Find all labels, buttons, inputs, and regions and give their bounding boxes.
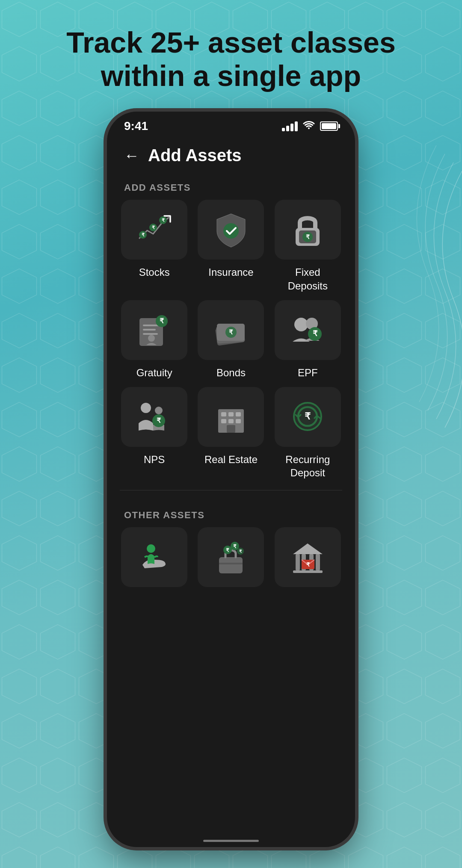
svg-rect-44: [219, 563, 243, 564]
wifi-icon: [303, 120, 315, 132]
add-assets-grid: ₹ ₹ ₹ Stocks Insurance: [107, 200, 355, 479]
phone-notch: [197, 112, 265, 127]
stocks-label: Stocks: [139, 266, 170, 279]
svg-point-15: [148, 335, 155, 342]
asset-fixed-deposits[interactable]: ₹ FixedDeposits: [273, 200, 342, 292]
asset-other-1[interactable]: [120, 527, 189, 593]
svg-rect-55: [316, 554, 320, 570]
add-assets-label: ADD ASSETS: [107, 174, 355, 200]
epf-icon-box: ₹: [275, 300, 341, 360]
recurring-deposit-label: RecurringDeposit: [285, 453, 330, 479]
bonds-icon-box: ₹: [198, 300, 264, 360]
svg-rect-13: [143, 329, 156, 331]
svg-point-28: [155, 407, 163, 414]
svg-point-42: [147, 544, 155, 553]
phone-frame: 9:41 ← Add Assets ADD ASSETS: [107, 112, 355, 847]
svg-rect-52: [296, 554, 300, 570]
asset-other-2[interactable]: ₹ ₹ ₹: [196, 527, 265, 593]
signal-icon: [282, 121, 298, 131]
svg-text:₹: ₹: [306, 233, 310, 240]
other-1-icon-box: [121, 527, 187, 587]
fixed-deposits-label: FixedDeposits: [288, 266, 328, 292]
gratuity-label: Gratuity: [136, 366, 172, 379]
fixed-deposits-icon-box: ₹: [275, 200, 341, 260]
clock: 9:41: [124, 119, 148, 133]
svg-rect-34: [236, 412, 241, 416]
section-divider: [120, 490, 342, 490]
nps-label: NPS: [144, 453, 165, 466]
svg-rect-35: [221, 419, 226, 423]
decoration-lines: [394, 150, 462, 449]
asset-other-3[interactable]: ₹: [273, 527, 342, 593]
svg-text:₹: ₹: [157, 417, 161, 424]
svg-text:₹: ₹: [161, 218, 164, 223]
asset-insurance[interactable]: Insurance: [196, 200, 265, 292]
other-3-icon-box: ₹: [275, 527, 341, 587]
real-estate-label: Real Estate: [204, 453, 258, 466]
svg-text:₹: ₹: [160, 317, 164, 325]
svg-rect-56: [293, 570, 323, 573]
svg-text:₹: ₹: [229, 328, 233, 336]
page-header: ← Add Assets: [107, 133, 355, 174]
gratuity-icon-box: ₹: [121, 300, 187, 360]
svg-rect-32: [221, 412, 226, 416]
epf-label: EPF: [298, 366, 318, 379]
stocks-icon-box: ₹ ₹ ₹: [121, 200, 187, 260]
bonds-label: Bonds: [216, 366, 246, 379]
svg-rect-33: [228, 412, 234, 416]
svg-rect-43: [219, 557, 243, 573]
asset-epf[interactable]: ₹ EPF: [273, 300, 342, 379]
svg-rect-37: [236, 419, 241, 423]
recurring-deposit-icon-box: ₹: [275, 387, 341, 447]
svg-text:₹: ₹: [239, 549, 242, 554]
svg-text:₹: ₹: [151, 225, 154, 230]
real-estate-icon-box: [198, 387, 264, 447]
back-button[interactable]: ←: [124, 147, 139, 165]
svg-marker-51: [293, 543, 323, 554]
asset-nps[interactable]: ₹ NPS: [120, 387, 189, 479]
svg-text:₹: ₹: [306, 561, 310, 568]
svg-rect-38: [227, 425, 235, 433]
page-title: Add Assets: [148, 146, 242, 165]
asset-recurring-deposit[interactable]: ₹ RecurringDeposit: [273, 387, 342, 479]
headline: Track 25+ asset classes within a single …: [41, 26, 421, 92]
insurance-label: Insurance: [208, 266, 253, 279]
status-icons: [282, 120, 338, 132]
svg-rect-12: [143, 325, 159, 326]
battery-icon: [320, 121, 338, 131]
asset-bonds[interactable]: ₹ Bonds: [196, 300, 265, 379]
svg-text:₹: ₹: [141, 232, 144, 237]
asset-gratuity[interactable]: ₹ Gratuity: [120, 300, 189, 379]
svg-text:₹: ₹: [305, 411, 311, 422]
svg-point-6: [223, 223, 239, 239]
svg-text:₹: ₹: [313, 329, 318, 338]
svg-rect-36: [228, 419, 234, 423]
other-assets-grid: ₹ ₹ ₹: [107, 527, 355, 593]
svg-rect-14: [143, 333, 158, 335]
svg-text:₹: ₹: [233, 543, 237, 549]
nps-icon-box: ₹: [121, 387, 187, 447]
other-assets-label: OTHER ASSETS: [107, 501, 355, 527]
other-2-icon-box: ₹ ₹ ₹: [198, 527, 264, 587]
asset-stocks[interactable]: ₹ ₹ ₹ Stocks: [120, 200, 189, 292]
home-indicator: [203, 840, 259, 842]
asset-real-estate[interactable]: Real Estate: [196, 387, 265, 479]
svg-point-27: [141, 403, 151, 413]
svg-text:₹: ₹: [226, 547, 229, 553]
insurance-icon-box: [198, 200, 264, 260]
